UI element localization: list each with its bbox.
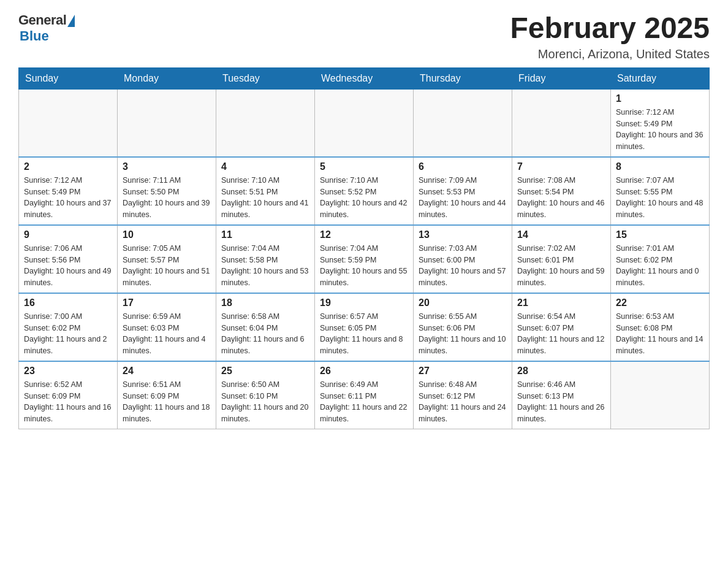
day-info: Sunrise: 6:58 AMSunset: 6:04 PMDaylight:… <box>221 311 309 357</box>
day-info: Sunrise: 7:12 AMSunset: 5:49 PMDaylight:… <box>616 107 704 153</box>
header-sunday: Sunday <box>19 67 118 89</box>
day-number: 4 <box>221 161 309 172</box>
day-info: Sunrise: 6:59 AMSunset: 6:03 PMDaylight:… <box>123 311 211 357</box>
calendar-cell <box>512 89 611 157</box>
day-number: 7 <box>517 161 605 172</box>
title-section: February 2025 Morenci, Arizona, United S… <box>510 12 710 61</box>
calendar-cell: 12Sunrise: 7:04 AMSunset: 5:59 PMDayligh… <box>315 225 414 293</box>
day-number: 9 <box>24 229 112 240</box>
logo: General Blue <box>18 12 75 44</box>
calendar-cell: 23Sunrise: 6:52 AMSunset: 6:09 PMDayligh… <box>19 361 118 429</box>
calendar-cell: 13Sunrise: 7:03 AMSunset: 6:00 PMDayligh… <box>414 225 512 293</box>
day-number: 22 <box>616 297 704 308</box>
day-number: 5 <box>320 161 408 172</box>
header-monday: Monday <box>118 67 216 89</box>
calendar-cell <box>216 89 315 157</box>
calendar-cell <box>611 361 710 429</box>
week-row-2: 9Sunrise: 7:06 AMSunset: 5:56 PMDaylight… <box>19 225 710 293</box>
location: Morenci, Arizona, United States <box>510 47 710 61</box>
day-number: 13 <box>419 229 507 240</box>
calendar-cell: 10Sunrise: 7:05 AMSunset: 5:57 PMDayligh… <box>118 225 216 293</box>
day-number: 18 <box>221 297 309 308</box>
calendar-cell <box>315 89 414 157</box>
day-number: 26 <box>320 366 408 377</box>
day-number: 21 <box>517 297 605 308</box>
day-info: Sunrise: 6:52 AMSunset: 6:09 PMDaylight:… <box>24 379 112 425</box>
calendar-cell: 20Sunrise: 6:55 AMSunset: 6:06 PMDayligh… <box>414 293 512 361</box>
calendar-cell: 22Sunrise: 6:53 AMSunset: 6:08 PMDayligh… <box>611 293 710 361</box>
calendar-cell: 3Sunrise: 7:11 AMSunset: 5:50 PMDaylight… <box>118 157 216 225</box>
calendar-cell <box>118 89 216 157</box>
calendar-cell: 1Sunrise: 7:12 AMSunset: 5:49 PMDaylight… <box>611 89 710 157</box>
calendar-header-row: SundayMondayTuesdayWednesdayThursdayFrid… <box>19 67 710 89</box>
day-number: 2 <box>24 161 112 172</box>
day-number: 6 <box>419 161 507 172</box>
header-tuesday: Tuesday <box>216 67 315 89</box>
calendar-cell: 24Sunrise: 6:51 AMSunset: 6:09 PMDayligh… <box>118 361 216 429</box>
day-info: Sunrise: 6:53 AMSunset: 6:08 PMDaylight:… <box>616 311 704 357</box>
calendar-cell: 2Sunrise: 7:12 AMSunset: 5:49 PMDaylight… <box>19 157 118 225</box>
day-info: Sunrise: 7:11 AMSunset: 5:50 PMDaylight:… <box>123 175 211 221</box>
week-row-0: 1Sunrise: 7:12 AMSunset: 5:49 PMDaylight… <box>19 89 710 157</box>
day-info: Sunrise: 7:07 AMSunset: 5:55 PMDaylight:… <box>616 175 704 221</box>
day-number: 14 <box>517 229 605 240</box>
day-info: Sunrise: 7:12 AMSunset: 5:49 PMDaylight:… <box>24 175 112 221</box>
day-info: Sunrise: 7:05 AMSunset: 5:57 PMDaylight:… <box>123 243 211 289</box>
calendar-cell: 21Sunrise: 6:54 AMSunset: 6:07 PMDayligh… <box>512 293 611 361</box>
day-info: Sunrise: 6:48 AMSunset: 6:12 PMDaylight:… <box>419 379 507 425</box>
day-number: 23 <box>24 366 112 377</box>
calendar-cell: 28Sunrise: 6:46 AMSunset: 6:13 PMDayligh… <box>512 361 611 429</box>
week-row-4: 23Sunrise: 6:52 AMSunset: 6:09 PMDayligh… <box>19 361 710 429</box>
day-info: Sunrise: 7:02 AMSunset: 6:01 PMDaylight:… <box>517 243 605 289</box>
day-number: 11 <box>221 229 309 240</box>
calendar-cell: 17Sunrise: 6:59 AMSunset: 6:03 PMDayligh… <box>118 293 216 361</box>
day-number: 1 <box>616 93 704 104</box>
day-info: Sunrise: 6:50 AMSunset: 6:10 PMDaylight:… <box>221 379 309 425</box>
day-info: Sunrise: 6:51 AMSunset: 6:09 PMDaylight:… <box>123 379 211 425</box>
day-info: Sunrise: 6:49 AMSunset: 6:11 PMDaylight:… <box>320 379 408 425</box>
calendar-cell: 7Sunrise: 7:08 AMSunset: 5:54 PMDaylight… <box>512 157 611 225</box>
header-saturday: Saturday <box>611 67 710 89</box>
calendar-cell: 8Sunrise: 7:07 AMSunset: 5:55 PMDaylight… <box>611 157 710 225</box>
calendar-cell: 14Sunrise: 7:02 AMSunset: 6:01 PMDayligh… <box>512 225 611 293</box>
day-info: Sunrise: 7:01 AMSunset: 6:02 PMDaylight:… <box>616 243 704 289</box>
calendar-cell: 11Sunrise: 7:04 AMSunset: 5:58 PMDayligh… <box>216 225 315 293</box>
calendar-cell: 15Sunrise: 7:01 AMSunset: 6:02 PMDayligh… <box>611 225 710 293</box>
day-number: 17 <box>123 297 211 308</box>
day-number: 3 <box>123 161 211 172</box>
day-number: 20 <box>419 297 507 308</box>
header-thursday: Thursday <box>414 67 512 89</box>
calendar-cell: 18Sunrise: 6:58 AMSunset: 6:04 PMDayligh… <box>216 293 315 361</box>
calendar-cell: 4Sunrise: 7:10 AMSunset: 5:51 PMDaylight… <box>216 157 315 225</box>
day-number: 10 <box>123 229 211 240</box>
day-info: Sunrise: 7:08 AMSunset: 5:54 PMDaylight:… <box>517 175 605 221</box>
logo-general-text: General <box>18 12 66 28</box>
day-info: Sunrise: 7:04 AMSunset: 5:59 PMDaylight:… <box>320 243 408 289</box>
day-number: 15 <box>616 229 704 240</box>
day-number: 19 <box>320 297 408 308</box>
calendar-cell <box>414 89 512 157</box>
day-number: 16 <box>24 297 112 308</box>
page-header: General Blue February 2025 Morenci, Ariz… <box>18 12 710 61</box>
day-info: Sunrise: 6:57 AMSunset: 6:05 PMDaylight:… <box>320 311 408 357</box>
calendar-cell: 6Sunrise: 7:09 AMSunset: 5:53 PMDaylight… <box>414 157 512 225</box>
day-info: Sunrise: 6:54 AMSunset: 6:07 PMDaylight:… <box>517 311 605 357</box>
calendar-cell <box>19 89 118 157</box>
day-info: Sunrise: 7:09 AMSunset: 5:53 PMDaylight:… <box>419 175 507 221</box>
calendar-cell: 26Sunrise: 6:49 AMSunset: 6:11 PMDayligh… <box>315 361 414 429</box>
day-info: Sunrise: 7:10 AMSunset: 5:52 PMDaylight:… <box>320 175 408 221</box>
day-number: 28 <box>517 366 605 377</box>
day-number: 12 <box>320 229 408 240</box>
header-friday: Friday <box>512 67 611 89</box>
day-info: Sunrise: 6:55 AMSunset: 6:06 PMDaylight:… <box>419 311 507 357</box>
day-info: Sunrise: 7:04 AMSunset: 5:58 PMDaylight:… <box>221 243 309 289</box>
week-row-1: 2Sunrise: 7:12 AMSunset: 5:49 PMDaylight… <box>19 157 710 225</box>
logo-triangle-icon <box>67 15 75 27</box>
calendar-cell: 9Sunrise: 7:06 AMSunset: 5:56 PMDaylight… <box>19 225 118 293</box>
day-number: 8 <box>616 161 704 172</box>
day-number: 27 <box>419 366 507 377</box>
calendar-cell: 16Sunrise: 7:00 AMSunset: 6:02 PMDayligh… <box>19 293 118 361</box>
calendar-cell: 25Sunrise: 6:50 AMSunset: 6:10 PMDayligh… <box>216 361 315 429</box>
logo-blue-text: Blue <box>20 28 49 44</box>
calendar-cell: 19Sunrise: 6:57 AMSunset: 6:05 PMDayligh… <box>315 293 414 361</box>
